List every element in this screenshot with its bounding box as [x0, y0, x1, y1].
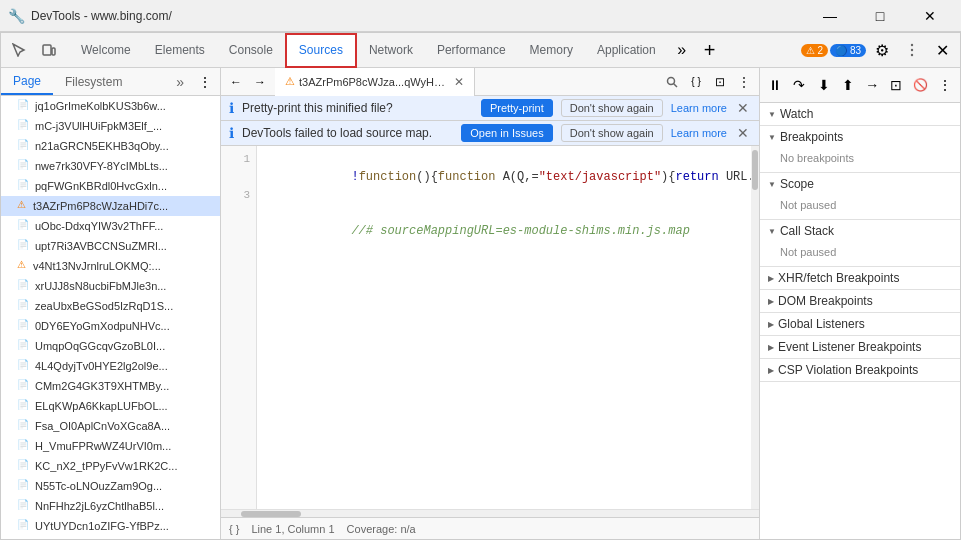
pause-button[interactable]: ⏸ — [764, 73, 786, 97]
tab-network[interactable]: Network — [357, 33, 425, 68]
tab-elements[interactable]: Elements — [143, 33, 217, 68]
list-item[interactable]: 📄 mC-j3VUlHUiFpkM3Elf_... — [1, 116, 220, 136]
open-in-issues-button[interactable]: Open in Issues — [461, 124, 552, 142]
dont-pause-exceptions-button[interactable]: 🚫 — [910, 73, 932, 97]
vertical-scrollbar[interactable] — [751, 146, 759, 509]
tab-memory[interactable]: Memory — [518, 33, 585, 68]
pretty-print-toggle[interactable]: { } — [685, 71, 707, 93]
list-item[interactable]: 📄 uObc-DdxqYIW3v2ThFF... — [1, 216, 220, 236]
file-name: H_VmuFPRwWZ4UrVI0m... — [35, 440, 216, 452]
list-item[interactable]: 📄 4L4QdyjTv0HYE2lg2ol9e... — [1, 356, 220, 376]
csp-label: CSP Violation Breakpoints — [778, 363, 918, 377]
minimize-button[interactable]: — — [807, 0, 853, 32]
svg-point-4 — [911, 54, 913, 56]
tab-application[interactable]: Application — [585, 33, 668, 68]
add-tab-button[interactable]: + — [696, 36, 724, 64]
list-item[interactable]: 📄 0DY6EYoGmXodpuNHVc... — [1, 316, 220, 336]
right-panel: ⏸ ↷ ⬇ ⬆ → ⊡ 🚫 ⋮ ▼ Watch — [760, 68, 960, 539]
file-name: Fsa_OI0AplCnVoXGca8A... — [35, 420, 216, 432]
sources-tab-page[interactable]: Page — [1, 68, 53, 95]
list-item[interactable]: 📄 upt7Ri3AVBCCNSuZMRl... — [1, 236, 220, 256]
list-item[interactable]: 📄 ELqKWpA6KkapLUFbOL... — [1, 396, 220, 416]
list-item[interactable]: ⚠ v4Nt13NvJrnlruLOKMQ:... — [1, 256, 220, 276]
list-item[interactable]: 📄 UYtUYDcn1oZIFG-YfBPz... — [1, 516, 220, 536]
tab-sources[interactable]: Sources — [285, 33, 357, 68]
search-in-file-button[interactable] — [661, 71, 683, 93]
settings-button[interactable]: ⚙ — [868, 36, 896, 64]
xhr-fetch-section: ▶ XHR/fetch Breakpoints — [760, 267, 960, 290]
list-item[interactable]: 📄 CMm2G4GK3T9XHTMBy... — [1, 376, 220, 396]
deactivate-breakpoints-button[interactable]: ⊡ — [885, 73, 907, 97]
list-item[interactable]: 📄 n21aGRCN5EKHB3qOby... — [1, 136, 220, 156]
watch-section-header[interactable]: ▼ Watch — [760, 103, 960, 125]
event-label: Event Listener Breakpoints — [778, 340, 921, 354]
device-toggle-button[interactable] — [35, 36, 63, 64]
list-item[interactable]: 📄 KC_nX2_tPPyFvVw1RK2C... — [1, 456, 220, 476]
event-listener-section-header[interactable]: ▶ Event Listener Breakpoints — [760, 336, 960, 358]
xhr-fetch-section-header[interactable]: ▶ XHR/fetch Breakpoints — [760, 267, 960, 289]
sources-tab-filesystem[interactable]: Filesystem — [53, 68, 134, 95]
code-content[interactable]: !function(){function A(Q,="text/javascri… — [257, 146, 751, 509]
list-item[interactable]: 📄 xrUJJ8sN8ucbiFbMJle3n... — [1, 276, 220, 296]
dont-show-again-button-2[interactable]: Don't show again — [561, 124, 663, 142]
editor-file-tab[interactable]: ⚠ t3AZrPm6P8cWJza...qWyH9DDo.br.js ✕ — [275, 68, 475, 96]
learn-more-link-2[interactable]: Learn more — [671, 127, 727, 139]
list-item[interactable]: 📄 H_VmuFPRwWZ4UrVI0m... — [1, 436, 220, 456]
file-name: v4Nt13NvJrnlruLOKMQ:... — [33, 260, 216, 272]
list-item[interactable]: 📄 pqFWGnKBRdl0HvcGxln... — [1, 176, 220, 196]
pretty-print-button[interactable]: Pretty-print — [481, 99, 553, 117]
step-over-button[interactable]: ↷ — [788, 73, 810, 97]
customize-button[interactable] — [898, 36, 926, 64]
h-scrollbar-thumb[interactable] — [241, 511, 301, 517]
list-item[interactable]: 📄 UmqpOqGGcqvGzoBL0I... — [1, 336, 220, 356]
scope-section-header[interactable]: ▼ Scope — [760, 173, 960, 195]
back-button[interactable]: ← — [225, 71, 247, 93]
sources-menu-button[interactable]: ⋮ — [194, 71, 216, 93]
editor-tab-close[interactable]: ✕ — [452, 74, 466, 90]
tab-console[interactable]: Console — [217, 33, 285, 68]
list-item[interactable]: 📄 NnFHhz2jL6yzChtlhaB5l... — [1, 496, 220, 516]
step-out-button[interactable]: ⬆ — [837, 73, 859, 97]
list-item[interactable]: 📄 N55Tc-oLNOuzZam9Og... — [1, 476, 220, 496]
file-icon: 📄 — [17, 239, 31, 253]
tab-welcome[interactable]: Welcome — [69, 33, 143, 68]
maximize-button[interactable]: □ — [857, 0, 903, 32]
horizontal-scrollbar[interactable] — [221, 509, 759, 517]
close-devtools-button[interactable]: ✕ — [928, 36, 956, 64]
list-item[interactable]: 📄 jq1oGrImeKolbKUS3b6w... — [1, 96, 220, 116]
dont-show-again-button-1[interactable]: Don't show again — [561, 99, 663, 117]
inspect-button[interactable] — [5, 36, 33, 64]
breakpoints-label: Breakpoints — [780, 130, 843, 144]
file-icon: 📄 — [17, 119, 31, 133]
close-button[interactable]: ✕ — [907, 0, 953, 32]
title-bar-controls: — □ ✕ — [807, 0, 953, 32]
sources-tabs-more[interactable]: » — [170, 68, 190, 95]
more-editor-actions[interactable]: ⋮ — [733, 71, 755, 93]
learn-more-link-1[interactable]: Learn more — [671, 102, 727, 114]
close-notification-2[interactable]: ✕ — [735, 125, 751, 141]
deobfuscate-button[interactable]: ⊡ — [709, 71, 731, 93]
scrollbar-thumb[interactable] — [752, 150, 758, 190]
code-line-1: !function(){function A(Q,="text/javascri… — [265, 150, 743, 204]
svg-line-6 — [674, 83, 678, 87]
format-toggle[interactable]: { } — [229, 523, 239, 535]
more-debugger-options[interactable]: ⋮ — [934, 73, 956, 97]
step-button[interactable]: → — [861, 73, 883, 97]
list-item[interactable]: ⚠ t3AZrPm6P8cWJzaHDi7c... — [1, 196, 220, 216]
list-item[interactable]: 📄 Fsa_OI0AplCnVoXGca8A... — [1, 416, 220, 436]
step-into-button[interactable]: ⬇ — [813, 73, 835, 97]
forward-button[interactable]: → — [249, 71, 271, 93]
list-item[interactable]: 📄 nwe7rk30VFY-8YcIMbLts... — [1, 156, 220, 176]
close-notification-1[interactable]: ✕ — [735, 100, 751, 116]
list-item[interactable]: 📄 zeaUbxBeGSod5IzRqD1S... — [1, 296, 220, 316]
global-listeners-section-header[interactable]: ▶ Global Listeners — [760, 313, 960, 335]
file-name: N55Tc-oLNOuzZam9Og... — [35, 480, 216, 492]
dom-breakpoints-section-header[interactable]: ▶ DOM Breakpoints — [760, 290, 960, 312]
more-tabs-button[interactable]: » — [668, 36, 696, 64]
xhr-label: XHR/fetch Breakpoints — [778, 271, 899, 285]
tab-performance[interactable]: Performance — [425, 33, 518, 68]
breakpoints-section-header[interactable]: ▼ Breakpoints — [760, 126, 960, 148]
tab-application-label: Application — [597, 43, 656, 57]
call-stack-section-header[interactable]: ▼ Call Stack — [760, 220, 960, 242]
csp-violation-section-header[interactable]: ▶ CSP Violation Breakpoints — [760, 359, 960, 381]
